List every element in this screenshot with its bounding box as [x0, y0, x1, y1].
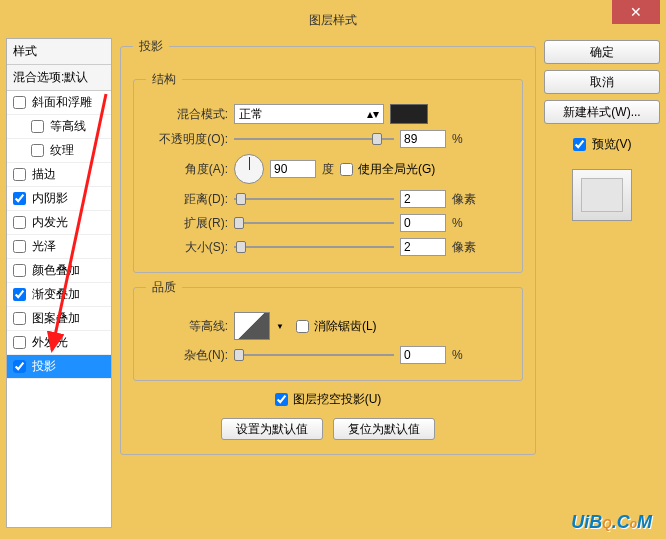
blend-mode-label: 混合模式:: [146, 106, 228, 123]
styles-list: 样式 混合选项:默认 斜面和浮雕等高线纹理描边内阴影内发光光泽颜色叠加渐变叠加图…: [6, 38, 112, 528]
angle-input[interactable]: [270, 160, 316, 178]
angle-dial[interactable]: [234, 154, 264, 184]
noise-slider[interactable]: [234, 348, 394, 362]
effect-checkbox[interactable]: [13, 240, 26, 253]
noise-label: 杂色(N):: [146, 347, 228, 364]
effect-label: 外发光: [32, 334, 68, 351]
reset-default-button[interactable]: 复位为默认值: [333, 418, 435, 440]
opacity-label: 不透明度(O):: [146, 131, 228, 148]
effect-checkbox[interactable]: [13, 336, 26, 349]
effect-checkbox[interactable]: [13, 312, 26, 325]
effect-checkbox[interactable]: [13, 168, 26, 181]
distance-input[interactable]: [400, 190, 446, 208]
close-button[interactable]: ✕: [612, 0, 660, 24]
spread-input[interactable]: [400, 214, 446, 232]
chevron-updown-icon: ▴▾: [367, 107, 379, 121]
effect-item-6[interactable]: 光泽: [7, 235, 111, 259]
effect-label: 投影: [32, 358, 56, 375]
effect-item-7[interactable]: 颜色叠加: [7, 259, 111, 283]
distance-unit: 像素: [452, 191, 476, 208]
ok-button[interactable]: 确定: [544, 40, 660, 64]
dialog-title: 图层样式: [309, 12, 357, 29]
quality-fieldset: 品质 等高线: ▼ 消除锯齿(L) 杂色(N): %: [133, 279, 523, 381]
effect-label: 图案叠加: [32, 310, 80, 327]
size-unit: 像素: [452, 239, 476, 256]
effect-label: 渐变叠加: [32, 286, 80, 303]
preview-label: 预览(V): [592, 136, 632, 153]
angle-label: 角度(A):: [146, 161, 228, 178]
antialias-label: 消除锯齿(L): [314, 318, 377, 335]
effect-checkbox[interactable]: [13, 288, 26, 301]
global-light-checkbox[interactable]: [340, 163, 353, 176]
effect-item-4[interactable]: 内阴影: [7, 187, 111, 211]
opacity-unit: %: [452, 132, 463, 146]
effect-label: 颜色叠加: [32, 262, 80, 279]
effect-checkbox[interactable]: [13, 96, 26, 109]
structure-legend: 结构: [146, 71, 182, 88]
effect-label: 等高线: [50, 118, 86, 135]
effect-item-9[interactable]: 图案叠加: [7, 307, 111, 331]
size-label: 大小(S):: [146, 239, 228, 256]
effect-checkbox[interactable]: [31, 144, 44, 157]
preview-checkbox[interactable]: [573, 138, 586, 151]
noise-input[interactable]: [400, 346, 446, 364]
effect-checkbox[interactable]: [13, 360, 26, 373]
opacity-slider[interactable]: [234, 132, 394, 146]
antialias-checkbox[interactable]: [296, 320, 309, 333]
right-panel: 确定 取消 新建样式(W)... 预览(V): [544, 38, 660, 528]
effect-label: 内阴影: [32, 190, 68, 207]
distance-label: 距离(D):: [146, 191, 228, 208]
preview-swatch: [572, 169, 632, 221]
effect-label: 描边: [32, 166, 56, 183]
distance-slider[interactable]: [234, 192, 394, 206]
effect-item-0[interactable]: 斜面和浮雕: [7, 91, 111, 115]
spread-slider[interactable]: [234, 216, 394, 230]
noise-unit: %: [452, 348, 463, 362]
styles-header: 样式: [7, 39, 111, 65]
knockout-checkbox[interactable]: [275, 393, 288, 406]
effect-item-5[interactable]: 内发光: [7, 211, 111, 235]
effect-label: 内发光: [32, 214, 68, 231]
effect-label: 斜面和浮雕: [32, 94, 92, 111]
contour-picker[interactable]: [234, 312, 270, 340]
effect-checkbox[interactable]: [13, 216, 26, 229]
structure-fieldset: 结构 混合模式: 正常 ▴▾ 不透明度(O): % 角度(A):: [133, 71, 523, 273]
shadow-color-swatch[interactable]: [390, 104, 428, 124]
size-input[interactable]: [400, 238, 446, 256]
chevron-down-icon[interactable]: ▼: [276, 322, 284, 331]
blend-mode-value: 正常: [239, 106, 263, 123]
spread-unit: %: [452, 216, 463, 230]
watermark-text: UiBQ.CoM: [571, 512, 652, 533]
angle-unit: 度: [322, 161, 334, 178]
effect-label: 光泽: [32, 238, 56, 255]
effect-item-10[interactable]: 外发光: [7, 331, 111, 355]
effect-item-11[interactable]: 投影: [7, 355, 111, 379]
drop-shadow-fieldset: 投影 结构 混合模式: 正常 ▴▾ 不透明度(O): %: [120, 38, 536, 455]
size-slider[interactable]: [234, 240, 394, 254]
effect-checkbox[interactable]: [13, 264, 26, 277]
blend-mode-select[interactable]: 正常 ▴▾: [234, 104, 384, 124]
new-style-button[interactable]: 新建样式(W)...: [544, 100, 660, 124]
effect-item-1[interactable]: 等高线: [7, 115, 111, 139]
effect-item-8[interactable]: 渐变叠加: [7, 283, 111, 307]
quality-legend: 品质: [146, 279, 182, 296]
cancel-button[interactable]: 取消: [544, 70, 660, 94]
effect-checkbox[interactable]: [31, 120, 44, 133]
blend-options-item[interactable]: 混合选项:默认: [7, 65, 111, 91]
knockout-label: 图层挖空投影(U): [293, 391, 382, 408]
make-default-button[interactable]: 设置为默认值: [221, 418, 323, 440]
effect-item-3[interactable]: 描边: [7, 163, 111, 187]
effect-item-2[interactable]: 纹理: [7, 139, 111, 163]
effect-checkbox[interactable]: [13, 192, 26, 205]
contour-label: 等高线:: [146, 318, 228, 335]
options-panel: 投影 结构 混合模式: 正常 ▴▾ 不透明度(O): %: [120, 38, 536, 528]
section-title: 投影: [133, 38, 169, 55]
spread-label: 扩展(R):: [146, 215, 228, 232]
opacity-input[interactable]: [400, 130, 446, 148]
global-light-label: 使用全局光(G): [358, 161, 435, 178]
effect-label: 纹理: [50, 142, 74, 159]
